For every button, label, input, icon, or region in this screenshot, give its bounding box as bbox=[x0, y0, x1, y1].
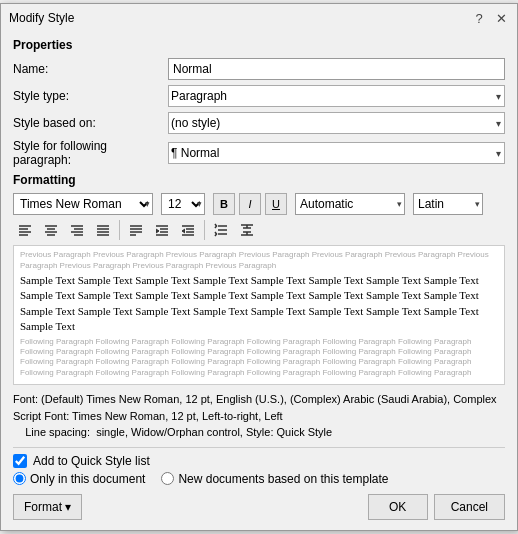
align-left-icon bbox=[17, 222, 33, 238]
align-justify-icon bbox=[95, 222, 111, 238]
name-row: Name: bbox=[13, 58, 505, 80]
toolbar-separator-2 bbox=[204, 220, 205, 240]
help-button[interactable]: ? bbox=[471, 10, 487, 26]
align-left-button[interactable] bbox=[13, 219, 37, 241]
font-size-dropdown-wrapper: 12 bbox=[161, 193, 205, 215]
toolbar-separator-1 bbox=[119, 220, 120, 240]
ok-cancel-group: OK Cancel bbox=[368, 494, 505, 520]
modify-style-dialog: Modify Style ? ✕ Properties Name: Style … bbox=[0, 3, 518, 531]
style-description: Font: (Default) Times New Roman, 12 pt, … bbox=[13, 389, 505, 443]
divider bbox=[13, 447, 505, 448]
dialog-body: Properties Name: Style type: Paragraph S… bbox=[1, 30, 517, 530]
style-type-label: Style type: bbox=[13, 89, 168, 103]
preview-previous-text: Previous Paragraph Previous Paragraph Pr… bbox=[20, 250, 498, 271]
style-based-row: Style based on: (no style) bbox=[13, 112, 505, 134]
font-name-dropdown-wrapper: Times New Roman bbox=[13, 193, 153, 215]
font-row: Times New Roman 12 B I U Automatic Latin bbox=[13, 193, 505, 215]
new-docs-radio-item: New documents based on this template bbox=[161, 472, 388, 486]
preview-following-text: Following Paragraph Following Paragraph … bbox=[20, 337, 498, 379]
scope-radio-row: Only in this document New documents base… bbox=[13, 472, 505, 486]
style-type-dropdown[interactable]: Paragraph bbox=[168, 85, 505, 107]
style-following-label: Style for following paragraph: bbox=[13, 139, 168, 167]
para-spacing-icon bbox=[239, 222, 255, 238]
language-dropdown[interactable]: Latin bbox=[413, 193, 483, 215]
style-based-dropdown[interactable]: (no style) bbox=[168, 112, 505, 134]
ok-button[interactable]: OK bbox=[368, 494, 428, 520]
increase-indent-icon bbox=[154, 222, 170, 238]
preview-box: Previous Paragraph Previous Paragraph Pr… bbox=[13, 245, 505, 385]
align-center-button[interactable] bbox=[39, 219, 63, 241]
quick-style-checkbox[interactable] bbox=[13, 454, 27, 468]
title-bar-controls: ? ✕ bbox=[471, 10, 509, 26]
dialog-title: Modify Style bbox=[9, 11, 74, 25]
style-following-dropdown-wrapper: ¶ Normal bbox=[168, 142, 505, 164]
para-spacing-button[interactable] bbox=[235, 219, 259, 241]
preview-sample-text: Sample Text Sample Text Sample Text Samp… bbox=[20, 273, 498, 335]
style-following-row: Style for following paragraph: ¶ Normal bbox=[13, 139, 505, 167]
font-name-dropdown[interactable]: Times New Roman bbox=[13, 193, 153, 215]
style-type-dropdown-wrapper: Paragraph bbox=[168, 85, 505, 107]
align-right-button[interactable] bbox=[65, 219, 89, 241]
language-dropdown-wrapper: Latin bbox=[413, 193, 483, 215]
title-bar: Modify Style ? ✕ bbox=[1, 4, 517, 30]
style-based-label: Style based on: bbox=[13, 116, 168, 130]
cancel-button[interactable]: Cancel bbox=[434, 494, 505, 520]
only-this-doc-radio[interactable] bbox=[13, 472, 26, 485]
align-center-icon bbox=[43, 222, 59, 238]
quick-style-label[interactable]: Add to Quick Style list bbox=[33, 454, 150, 468]
new-docs-label[interactable]: New documents based on this template bbox=[178, 472, 388, 486]
color-dropdown[interactable]: Automatic bbox=[295, 193, 405, 215]
description-line2: Line spacing: single, Widow/Orphan contr… bbox=[13, 426, 332, 438]
alignment-toolbar bbox=[13, 219, 505, 241]
font-size-dropdown[interactable]: 12 bbox=[161, 193, 205, 215]
only-this-doc-label[interactable]: Only in this document bbox=[30, 472, 145, 486]
line-spacing-icon bbox=[213, 222, 229, 238]
align-distributed-button[interactable] bbox=[124, 219, 148, 241]
bold-button[interactable]: B bbox=[213, 193, 235, 215]
name-input[interactable] bbox=[168, 58, 505, 80]
align-right-icon bbox=[69, 222, 85, 238]
style-following-dropdown[interactable]: ¶ Normal bbox=[168, 142, 505, 164]
properties-section-label: Properties bbox=[13, 38, 505, 52]
increase-indent-button[interactable] bbox=[150, 219, 174, 241]
italic-button[interactable]: I bbox=[239, 193, 261, 215]
style-type-row: Style type: Paragraph bbox=[13, 85, 505, 107]
name-label: Name: bbox=[13, 62, 168, 76]
formatting-section-label: Formatting bbox=[13, 173, 505, 187]
style-based-dropdown-wrapper: (no style) bbox=[168, 112, 505, 134]
description-line1: Font: (Default) Times New Roman, 12 pt, … bbox=[13, 393, 497, 422]
decrease-indent-icon bbox=[180, 222, 196, 238]
only-this-doc-radio-item: Only in this document bbox=[13, 472, 145, 486]
distributed-icon bbox=[128, 222, 144, 238]
decrease-indent-button[interactable] bbox=[176, 219, 200, 241]
line-spacing-button[interactable] bbox=[209, 219, 233, 241]
close-button[interactable]: ✕ bbox=[493, 10, 509, 26]
bottom-button-bar: Format ▾ OK Cancel bbox=[13, 494, 505, 520]
name-field-wrapper bbox=[168, 58, 505, 80]
underline-button[interactable]: U bbox=[265, 193, 287, 215]
color-dropdown-wrapper: Automatic bbox=[295, 193, 405, 215]
formatting-section: Formatting Times New Roman 12 B I U Au bbox=[13, 173, 505, 443]
quick-style-row: Add to Quick Style list bbox=[13, 454, 505, 468]
format-button[interactable]: Format ▾ bbox=[13, 494, 82, 520]
new-docs-radio[interactable] bbox=[161, 472, 174, 485]
align-justify-button[interactable] bbox=[91, 219, 115, 241]
